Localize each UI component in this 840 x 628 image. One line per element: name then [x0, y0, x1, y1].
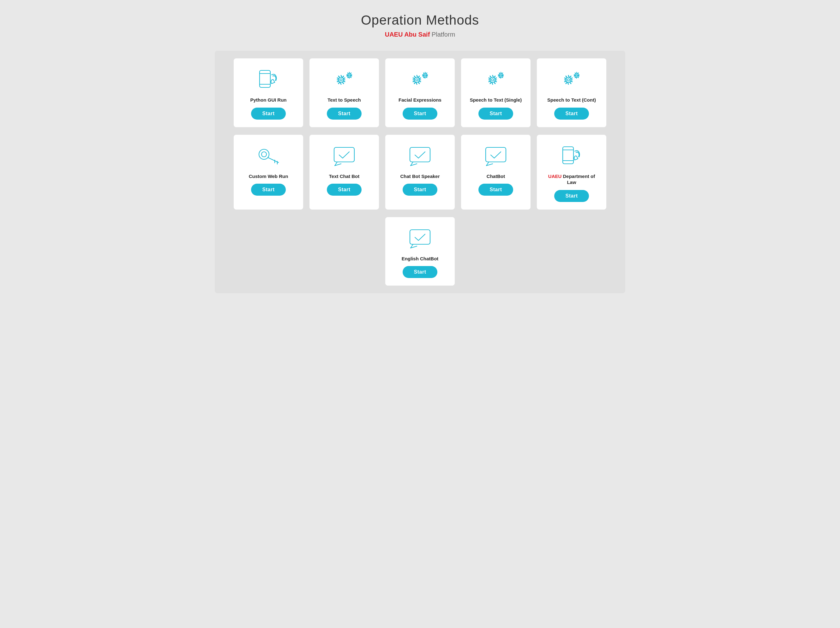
subtitle-uaeu: UAEU: [385, 31, 403, 38]
svg-point-10: [425, 75, 426, 76]
chat-check-icon: [406, 226, 434, 251]
start-button-facial-expressions[interactable]: Start: [403, 108, 438, 120]
svg-point-12: [492, 79, 494, 81]
row-2: Custom Web RunStart Text Chat BotStart C…: [222, 135, 618, 209]
card-label-speech-to-text-cont: Speech to Text (Cont): [547, 97, 596, 103]
start-button-speech-to-text-cont[interactable]: Start: [554, 108, 589, 120]
page-title: Operation Methods: [361, 13, 479, 28]
chat-check-icon: [330, 143, 358, 169]
start-button-english-chatbot[interactable]: Start: [403, 266, 438, 278]
card-label-python-gui-run: Python GUI Run: [250, 97, 287, 103]
svg-point-20: [262, 152, 267, 157]
card-label-uaeu-law: UAEU Department of Law: [543, 173, 600, 186]
svg-rect-30: [410, 230, 430, 244]
phone-touch-icon: [254, 67, 283, 93]
card-label-custom-web-run: Custom Web Run: [249, 173, 288, 179]
card-label-text-chat-bot: Text Chat Bot: [329, 173, 359, 179]
start-button-text-to-speech[interactable]: Start: [327, 108, 362, 120]
svg-point-8: [416, 79, 418, 81]
card-text-chat-bot: Text Chat BotStart: [309, 135, 379, 209]
start-button-uaeu-law[interactable]: Start: [554, 190, 589, 202]
card-label-chat-bot-speaker: Chat Bot Speaker: [400, 173, 440, 179]
svg-rect-27: [563, 147, 573, 164]
card-label-chatbot: ChatBot: [486, 173, 505, 179]
svg-point-18: [576, 75, 578, 76]
svg-point-16: [567, 79, 570, 81]
svg-rect-26: [486, 147, 506, 162]
subtitle: UAEU Abu Saif Platform: [385, 31, 455, 38]
card-python-gui-run: Python GUI RunStart: [234, 58, 303, 127]
row-3: English ChatBotStart: [222, 217, 618, 286]
subtitle-platform: Platform: [432, 31, 455, 38]
start-button-text-chat-bot[interactable]: Start: [327, 184, 362, 196]
card-facial-expressions: Facial ExpressionsStart: [385, 58, 455, 127]
card-label-speech-to-text-single: Speech to Text (Single): [470, 97, 522, 103]
start-button-custom-web-run[interactable]: Start: [251, 184, 286, 196]
gears-icon: [482, 67, 510, 93]
card-label-text-to-speech: Text to Speech: [327, 97, 361, 103]
card-speech-to-text-cont: Speech to Text (Cont)Start: [537, 58, 606, 127]
card-label-english-chatbot: English ChatBot: [402, 256, 439, 262]
card-chat-bot-speaker: Chat Bot SpeakerStart: [385, 135, 455, 209]
gears-icon: [557, 67, 586, 93]
card-text-to-speech: Text to SpeechStart: [309, 58, 379, 127]
row-1: Python GUI RunStart Text to SpeechStart …: [222, 58, 618, 127]
subtitle-abu-saif: Abu Saif: [403, 31, 431, 38]
grid-section: Python GUI RunStart Text to SpeechStart …: [215, 51, 625, 293]
svg-point-6: [349, 75, 350, 76]
svg-point-19: [259, 149, 269, 159]
start-button-chatbot[interactable]: Start: [478, 184, 513, 196]
card-chatbot: ChatBotStart: [461, 135, 531, 209]
svg-rect-25: [410, 147, 430, 162]
card-english-chatbot: English ChatBotStart: [385, 217, 455, 286]
gears-icon: [406, 67, 434, 93]
gears-icon: [330, 67, 358, 93]
chat-check-icon: [482, 143, 510, 169]
start-button-chat-bot-speaker[interactable]: Start: [403, 184, 438, 196]
svg-rect-24: [334, 147, 354, 162]
start-button-speech-to-text-single[interactable]: Start: [478, 108, 513, 120]
svg-point-14: [500, 75, 502, 76]
card-uaeu-law: UAEU Department of LawStart: [537, 135, 606, 209]
start-button-python-gui-run[interactable]: Start: [251, 108, 286, 120]
card-label-facial-expressions: Facial Expressions: [398, 97, 442, 103]
svg-point-4: [340, 79, 342, 81]
svg-rect-0: [260, 70, 270, 87]
phone-touch-icon: [557, 143, 586, 169]
card-custom-web-run: Custom Web RunStart: [234, 135, 303, 209]
key-icon: [254, 143, 283, 169]
chat-check-icon: [406, 143, 434, 169]
card-speech-to-text-single: Speech to Text (Single)Start: [461, 58, 531, 127]
